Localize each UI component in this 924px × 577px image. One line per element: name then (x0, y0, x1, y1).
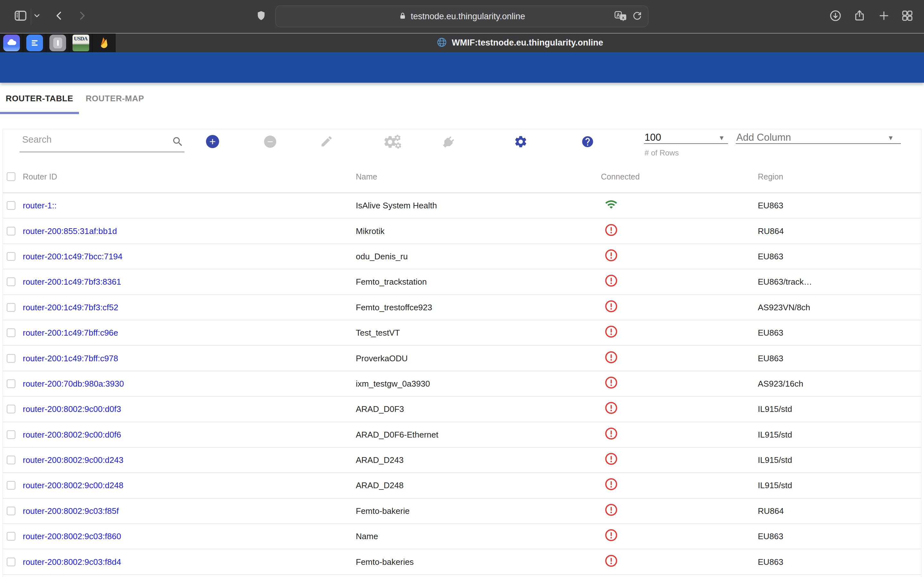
row-checkbox[interactable] (7, 506, 15, 515)
add-column-select[interactable]: Add Column ▼ (736, 130, 901, 144)
select-all-checkbox[interactable] (7, 172, 15, 181)
reload-icon[interactable] (632, 11, 642, 22)
table-help-button[interactable] (581, 135, 594, 148)
pinned-tab-usda[interactable]: USDA (69, 33, 92, 52)
new-tab-icon[interactable] (878, 10, 890, 23)
row-checkbox[interactable] (7, 532, 15, 541)
router-name: ARAD_D0F6-Ethernet (356, 430, 438, 440)
table-header: Router ID Name Connected Region (3, 161, 921, 193)
router-id-link[interactable]: router-1:: (23, 201, 57, 211)
table-row: router-200:8002:9c03:f8d4 Femto-bakeries… (3, 549, 921, 574)
settings-button[interactable] (514, 135, 528, 150)
router-id-link[interactable]: router-200:8002:9c00:d0f6 (23, 430, 121, 440)
router-id-link[interactable]: router-200:1c49:7bff:c96e (23, 328, 118, 338)
router-id-link[interactable]: router-200:8002:9c00:d248 (23, 480, 124, 490)
alert-disconnected-icon (605, 478, 618, 491)
router-name: ARAD_D248 (356, 480, 404, 490)
pinned-tab-docs[interactable] (23, 33, 46, 52)
alert-disconnected-icon (605, 401, 618, 415)
router-region: IL915/std (758, 455, 792, 465)
table-row: router-200:8002:9c03:f85f Femto-bakerie … (3, 498, 921, 524)
router-name: odu_Denis_ru (356, 251, 408, 261)
search-input[interactable] (22, 134, 163, 145)
pinned-tab-cloud[interactable] (0, 33, 23, 52)
router-region: EU863 (758, 328, 783, 338)
docs-favicon (26, 35, 43, 51)
router-region: EU863 (758, 532, 783, 542)
add-router-button[interactable]: + (206, 135, 219, 148)
router-id-link[interactable]: router-200:1c49:7bff:c978 (23, 353, 118, 363)
downloads-icon[interactable] (829, 9, 842, 23)
row-checkbox[interactable] (7, 558, 15, 566)
row-checkbox[interactable] (7, 430, 15, 439)
router-table-card: + − 100 ▼ # of Rows Add Column ▼ Router … (3, 129, 921, 577)
wifi-connected-icon (604, 198, 619, 211)
router-id-link[interactable]: router-200:8002:9c03:f860 (23, 532, 121, 542)
column-header-connected[interactable]: Connected (601, 172, 640, 181)
row-checkbox[interactable] (7, 456, 15, 464)
rows-per-page-select[interactable]: 100 ▼ (644, 130, 728, 144)
pinned-tab-info[interactable] (46, 33, 69, 52)
forward-button-icon[interactable] (76, 9, 87, 23)
router-region: AS923VN/8ch (758, 302, 810, 312)
remove-router-button[interactable]: − (264, 135, 276, 148)
row-checkbox[interactable] (7, 379, 15, 388)
share-icon[interactable] (853, 9, 866, 24)
router-id-link[interactable]: router-200:8002:9c03:f85f (23, 506, 119, 516)
router-id-link[interactable]: router-200:1c49:7bf3:cf52 (23, 302, 118, 312)
router-id-link[interactable]: router-200:1c49:7bcc:7194 (23, 251, 123, 261)
column-header-name[interactable]: Name (356, 172, 377, 181)
router-name: IsAlive System Health (356, 201, 437, 211)
router-id-link[interactable]: router-200:8002:9c00:d0f3 (23, 404, 121, 414)
menu-icon[interactable] (21, 116, 35, 126)
chevron-down-icon[interactable] (33, 11, 41, 21)
browser-toolbar: testnode.eu.thingularity.online A x (0, 0, 924, 33)
account-selector-value: Admin (569, 114, 598, 125)
router-region: IL915/std (758, 404, 792, 414)
router-id-link[interactable]: router-200:855:31af:bb1d (23, 226, 117, 236)
router-id-link[interactable]: router-200:8002:9c00:d243 (23, 455, 124, 465)
alert-disconnected-icon (605, 223, 618, 237)
connect-router-button[interactable] (441, 135, 456, 151)
column-header-router-id[interactable]: Router ID (23, 172, 57, 181)
active-tab[interactable]: WMIF:testnode.eu.thingularity.online (115, 33, 924, 52)
alert-disconnected-icon (605, 427, 618, 440)
row-checkbox[interactable] (7, 252, 15, 261)
globe-icon (436, 37, 447, 49)
row-checkbox[interactable] (7, 277, 15, 286)
router-region: RU864 (758, 506, 784, 516)
privacy-shield-icon[interactable] (255, 9, 267, 24)
account-selector[interactable]: Admin ▼ (569, 109, 780, 132)
row-checkbox[interactable] (7, 303, 15, 311)
row-checkbox[interactable] (7, 405, 15, 414)
router-region: EU863 (758, 201, 783, 211)
address-bar[interactable]: testnode.eu.thingularity.online A x (275, 5, 648, 27)
router-region: EU863/track… (758, 277, 812, 287)
translate-icon[interactable]: A x (614, 10, 627, 23)
edit-router-button[interactable] (320, 135, 333, 149)
alert-disconnected-icon (605, 325, 618, 338)
router-name: Femto-bakeries (356, 557, 414, 567)
row-checkbox[interactable] (7, 354, 15, 363)
search-icon (172, 135, 184, 149)
table-row: router-200:8002:9c00:d248 ARAD_D248 IL91… (3, 473, 921, 498)
row-checkbox[interactable] (7, 481, 15, 490)
configure-routers-button[interactable] (383, 135, 403, 151)
row-checkbox[interactable] (7, 329, 15, 337)
refresh-button[interactable] (801, 113, 815, 128)
row-checkbox[interactable] (7, 227, 15, 235)
back-button-icon[interactable] (54, 9, 65, 23)
router-id-link[interactable]: router-200:1c49:7bf3:8361 (23, 277, 121, 287)
table-row: router-200:70db:980a:3930 ixm_testgw_0a3… (3, 371, 921, 396)
row-checkbox[interactable] (7, 201, 15, 210)
router-id-link[interactable]: router-200:70db:980a:3930 (23, 379, 124, 388)
firebase-favicon (97, 35, 111, 51)
sidebar-toggle-icon[interactable] (13, 9, 27, 24)
router-id-link[interactable]: router-200:8002:9c03:f8d4 (23, 557, 121, 567)
help-button[interactable] (869, 113, 882, 128)
pinned-tab-firebase[interactable] (92, 33, 115, 52)
rows-per-page-value: 100 (645, 132, 661, 143)
tab-router-table[interactable]: ROUTER-TABLE (0, 83, 79, 114)
column-header-region[interactable]: Region (758, 172, 783, 181)
tab-overview-icon[interactable] (901, 9, 914, 23)
